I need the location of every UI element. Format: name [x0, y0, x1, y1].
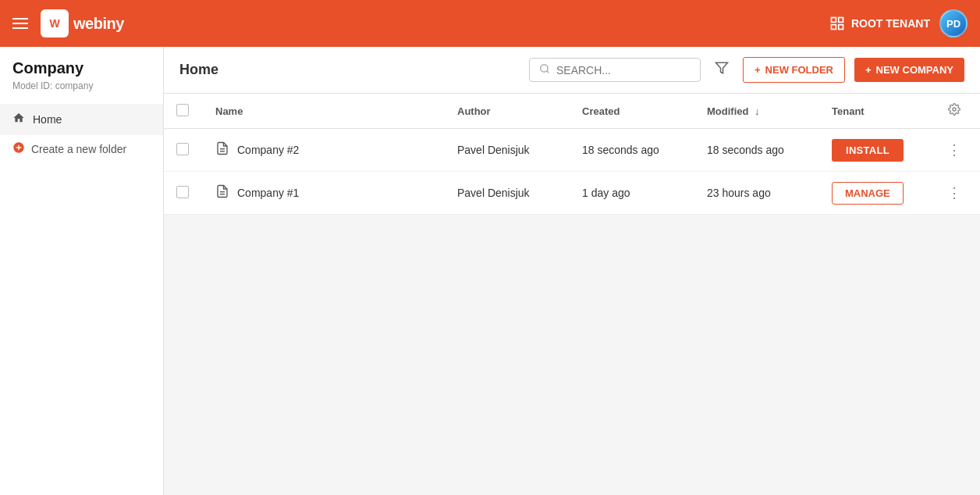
more-options-button[interactable]: ⋮ — [941, 138, 968, 162]
th-name: Name — [203, 94, 445, 129]
row-created: 18 seconds ago — [570, 129, 694, 172]
row-modified: 18 seconds ago — [694, 129, 819, 172]
manage-button[interactable]: MANAGE — [832, 182, 904, 205]
document-icon — [215, 141, 229, 159]
row-name: Company #2 — [237, 144, 299, 156]
th-settings — [929, 94, 980, 129]
logo-icon: W — [41, 9, 69, 37]
row-action-cell: INSTALL — [819, 129, 929, 172]
table-row: Company #1 Pavel Denisjuk 1 day ago 23 h… — [164, 172, 980, 215]
row-author: Pavel Denisjuk — [445, 129, 570, 172]
app-logo: W webiny — [41, 9, 124, 37]
tenant-grid-icon — [829, 16, 845, 31]
row-created: 1 day ago — [570, 172, 694, 215]
row-action-cell: MANAGE — [819, 172, 929, 215]
toolbar: Home + NEW FOLDER + NEW COMP — [164, 47, 980, 94]
th-checkbox — [164, 94, 203, 129]
svg-point-7 — [953, 108, 956, 111]
install-button[interactable]: INSTALL — [832, 139, 904, 162]
search-box — [529, 58, 701, 82]
svg-line-5 — [547, 71, 549, 73]
search-icon — [539, 63, 550, 77]
svg-rect-3 — [839, 25, 843, 30]
sidebar-create-folder[interactable]: Create a new folder — [0, 135, 163, 163]
th-modified[interactable]: Modified ↓ — [694, 94, 819, 129]
svg-rect-0 — [831, 18, 836, 23]
sidebar-item-home[interactable]: Home — [0, 104, 163, 135]
row-author: Pavel Denisjuk — [445, 172, 570, 215]
page-title: Home — [179, 62, 520, 78]
sort-arrow-icon: ↓ — [755, 105, 760, 117]
row-name-cell: Company #1 — [203, 172, 445, 215]
sidebar-title: Company — [0, 59, 163, 80]
row-checkbox-cell — [164, 129, 203, 172]
new-company-button[interactable]: + NEW COMPANY — [854, 58, 964, 82]
row-more-cell: ⋮ — [929, 129, 980, 172]
table-row: Company #2 Pavel Denisjuk 18 seconds ago… — [164, 129, 980, 172]
svg-rect-2 — [831, 25, 836, 30]
th-author: Author — [445, 94, 570, 129]
row-checkbox[interactable] — [176, 186, 189, 198]
tenant-label: ROOT TENANT — [851, 17, 930, 30]
new-folder-label: NEW FOLDER — [765, 64, 833, 76]
row-checkbox-cell — [164, 172, 203, 215]
select-all-checkbox[interactable] — [176, 104, 189, 116]
create-folder-label: Create a new folder — [31, 143, 126, 155]
tenant-info: ROOT TENANT — [829, 16, 930, 31]
table-container: Name Author Created Modified ↓ — [164, 94, 980, 495]
svg-rect-1 — [839, 18, 843, 23]
sidebar: Company Model ID: company Home Create a … — [0, 47, 164, 495]
row-name-cell: Company #2 — [203, 129, 445, 172]
user-avatar[interactable]: PD — [939, 9, 968, 37]
logo-text: webiny — [73, 15, 124, 33]
row-modified: 23 hours ago — [694, 172, 819, 215]
main-content: Home + NEW FOLDER + NEW COMP — [164, 47, 980, 495]
companies-table: Name Author Created Modified ↓ — [164, 94, 980, 215]
more-options-button[interactable]: ⋮ — [941, 181, 968, 205]
svg-point-4 — [541, 65, 548, 72]
sidebar-home-label: Home — [33, 113, 62, 126]
svg-marker-6 — [715, 62, 727, 73]
column-settings-icon[interactable] — [948, 105, 960, 118]
filter-icon — [715, 61, 729, 75]
table-body: Company #2 Pavel Denisjuk 18 seconds ago… — [164, 129, 980, 215]
document-icon — [215, 184, 229, 202]
plus-icon: + — [755, 64, 761, 76]
app-header: W webiny ROOT TENANT PD — [0, 0, 980, 47]
table-header-row: Name Author Created Modified ↓ — [164, 94, 980, 129]
row-name: Company #1 — [237, 187, 299, 199]
new-company-label: NEW COMPANY — [876, 64, 953, 76]
sidebar-subtitle: Model ID: company — [0, 80, 163, 104]
th-created: Created — [570, 94, 694, 129]
add-circle-icon — [12, 141, 25, 157]
menu-button[interactable] — [12, 18, 28, 29]
search-input[interactable] — [556, 64, 691, 77]
row-more-cell: ⋮ — [929, 172, 980, 215]
new-folder-button[interactable]: + NEW FOLDER — [743, 57, 845, 83]
home-icon — [12, 112, 25, 127]
plus-icon-filled: + — [865, 64, 872, 76]
filter-button[interactable] — [710, 56, 733, 84]
th-tenant: Tenant — [819, 94, 929, 129]
row-checkbox[interactable] — [176, 143, 189, 155]
